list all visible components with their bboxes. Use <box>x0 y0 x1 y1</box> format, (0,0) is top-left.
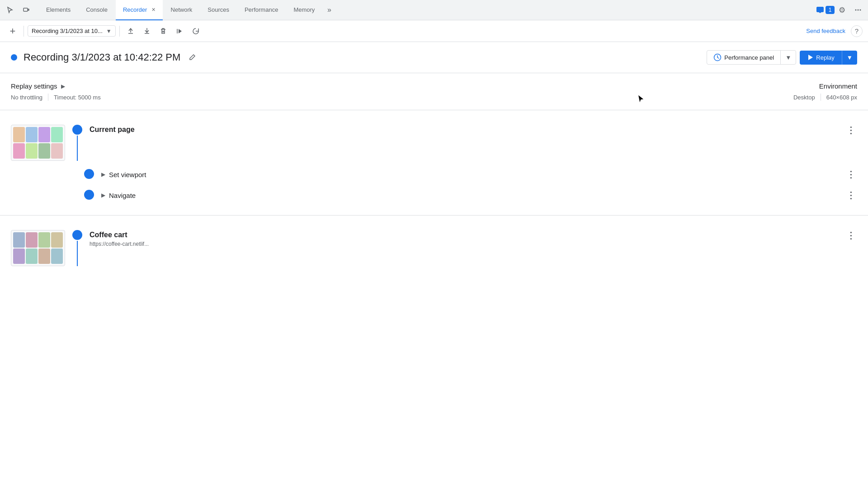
step-more-options-1[interactable]: ⋮ <box>844 125 857 136</box>
slow-replay-button[interactable] <box>189 24 203 38</box>
recording-header-right: Performance panel ▼ Replay ▼ <box>707 50 857 65</box>
step-timeline-1 <box>72 125 82 161</box>
badge-button[interactable]: 1 <box>819 4 832 16</box>
close-icon[interactable]: × <box>151 6 155 13</box>
edit-recording-title-button[interactable] <box>186 51 198 64</box>
svg-point-2 <box>855 9 857 11</box>
step-more-options-2[interactable]: ⋮ <box>844 169 857 180</box>
performance-panel-button[interactable]: Performance panel <box>707 51 780 64</box>
settings-left: Replay settings ▶ No throttling Timeout:… <box>11 82 101 101</box>
step-replay-button[interactable] <box>172 24 187 38</box>
device-icon[interactable] <box>20 4 33 16</box>
environment-title: Environment <box>793 82 857 90</box>
step-more-options-3[interactable]: ⋮ <box>844 190 857 201</box>
step-thumbnail-coffee-cart <box>11 230 65 266</box>
step-thumbnail-current-page <box>11 125 65 161</box>
replay-button[interactable]: Replay <box>800 51 841 65</box>
help-icon[interactable]: ? <box>851 25 863 37</box>
svg-rect-0 <box>24 8 28 11</box>
step-dot-1 <box>72 125 82 135</box>
more-tabs-icon[interactable]: » <box>323 4 335 16</box>
svg-marker-8 <box>808 55 813 60</box>
step-line-4 <box>77 241 78 266</box>
toolbar: + Recording 3/1/2023 at 10... ▼ <box>0 20 868 42</box>
performance-panel-button-group: Performance panel ▼ <box>707 50 796 65</box>
chevron-right-icon: ▶ <box>61 83 65 89</box>
step-name-4: Coffee cart <box>90 231 844 239</box>
tab-elements[interactable]: Elements <box>39 0 78 20</box>
env-resolution-text: 640×608 px <box>826 94 857 101</box>
chevron-down-icon: ▼ <box>106 28 112 34</box>
replay-dropdown-button[interactable]: ▼ <box>842 51 857 65</box>
expand-arrow-navigate[interactable]: ▶ <box>101 192 105 198</box>
timeout-text: Timeout: 5000 ms <box>54 94 101 101</box>
sub-step-content-navigate: ▶ Navigate <box>101 192 844 199</box>
toolbar-actions <box>123 24 203 38</box>
sub-step-name-viewport: ▶ Set viewport <box>101 171 844 178</box>
svg-marker-5 <box>179 29 182 33</box>
settings-title-text: Replay settings <box>11 82 57 90</box>
sub-step-content-viewport: ▶ Set viewport <box>101 171 844 178</box>
step-url-4: https://coffee-cart.netlif... <box>90 241 844 247</box>
tab-console[interactable]: Console <box>79 0 115 20</box>
toolbar-right: Send feedback ? <box>806 25 863 37</box>
step-group-coffee-cart: Coffee cart https://coffee-cart.netlif..… <box>0 216 868 272</box>
svg-point-3 <box>858 9 859 11</box>
recording-header: Recording 3/1/2023 at 10:42:22 PM Perfor… <box>0 42 868 73</box>
step-current-page-row: Current page ⋮ <box>0 116 868 161</box>
sub-timeline-3 <box>84 190 94 201</box>
environment-section: Environment Desktop 640×608 px <box>793 82 857 101</box>
step-dot-2 <box>84 169 94 179</box>
performance-panel-dropdown-button[interactable]: ▼ <box>780 51 796 64</box>
sub-step-navigate: ▶ Navigate ⋮ <box>0 182 868 210</box>
recording-selector[interactable]: Recording 3/1/2023 at 10... ▼ <box>28 25 116 37</box>
step-name-1: Current page <box>90 126 844 134</box>
expand-arrow-viewport[interactable]: ▶ <box>101 171 105 178</box>
sub-timeline-2 <box>84 169 94 180</box>
settings-icon[interactable]: ⚙ <box>835 4 848 16</box>
add-recording-button[interactable]: + <box>5 24 20 38</box>
recording-status-dot <box>11 54 17 61</box>
throttling-text: No throttling <box>11 94 42 101</box>
step-dot-4 <box>72 230 82 240</box>
sub-step-name-navigate: ▶ Navigate <box>101 192 844 199</box>
delete-button[interactable] <box>156 24 170 38</box>
step-content-4: Coffee cart https://coffee-cart.netlif..… <box>90 230 844 247</box>
performance-panel-label: Performance panel <box>724 54 774 61</box>
step-group-current-page: Current page ⋮ ▶ Set viewport ⋮ <box>0 110 868 215</box>
replay-play-icon <box>807 54 813 61</box>
replay-label: Replay <box>816 54 834 61</box>
tab-memory[interactable]: Memory <box>286 0 322 20</box>
step-coffee-cart-row: Coffee cart https://coffee-cart.netlif..… <box>0 221 868 266</box>
tab-network[interactable]: Network <box>164 0 200 20</box>
import-button[interactable] <box>140 24 154 38</box>
send-feedback-link[interactable]: Send feedback <box>806 28 845 34</box>
tab-sources[interactable]: Sources <box>200 0 236 20</box>
step-content-1: Current page <box>90 125 844 136</box>
performance-icon <box>713 53 722 61</box>
tab-bar-right: 1 ⚙ <box>819 4 864 16</box>
settings-details: No throttling Timeout: 5000 ms <box>11 94 101 101</box>
svg-point-4 <box>860 9 861 11</box>
tab-bar: Elements Console Recorder × Network Sour… <box>0 0 868 20</box>
cursor-icon[interactable] <box>4 4 16 16</box>
replay-settings-toggle[interactable]: Replay settings ▶ <box>11 82 101 90</box>
toolbar-left: + Recording 3/1/2023 at 10... ▼ <box>5 24 802 38</box>
step-timeline-4 <box>72 230 82 266</box>
chevron-down-icon: ▼ <box>847 54 853 61</box>
settings-section: Replay settings ▶ No throttling Timeout:… <box>0 73 868 110</box>
tab-recorder[interactable]: Recorder × <box>116 0 163 20</box>
step-more-options-4[interactable]: ⋮ <box>844 230 857 241</box>
chevron-down-icon: ▼ <box>785 54 791 61</box>
tab-performance[interactable]: Performance <box>237 0 285 20</box>
replay-button-group: Replay ▼ <box>800 51 857 65</box>
export-button[interactable] <box>123 24 138 38</box>
steps-list: Current page ⋮ ▶ Set viewport ⋮ <box>0 110 868 479</box>
viewport-step-label: Set viewport <box>109 171 146 178</box>
more-options-icon[interactable] <box>852 4 864 16</box>
recording-title: Recording 3/1/2023 at 10:42:22 PM <box>24 52 180 63</box>
badge-count: 1 <box>826 6 835 14</box>
svg-rect-1 <box>28 9 29 10</box>
step-line-1 <box>77 136 78 161</box>
env-type-text: Desktop <box>793 94 815 101</box>
